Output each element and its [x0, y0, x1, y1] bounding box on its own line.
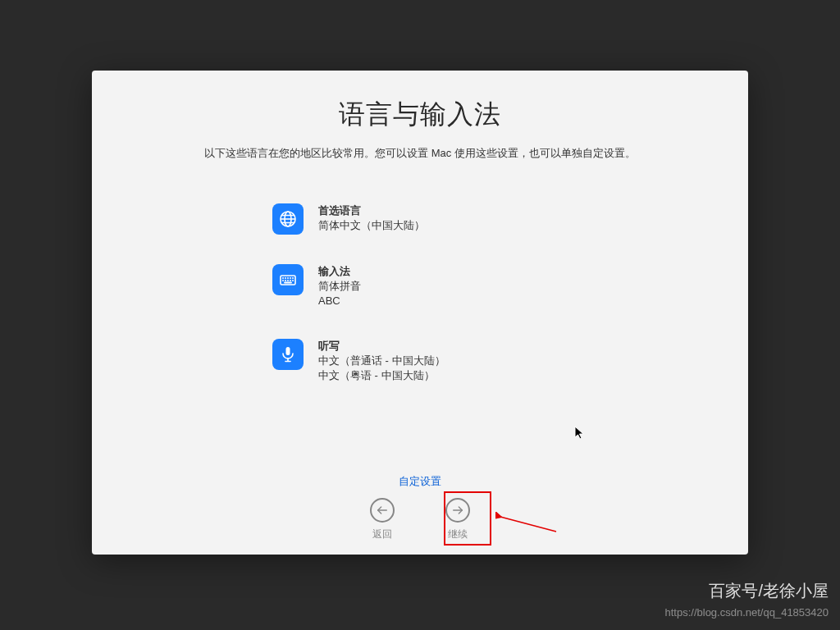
back-button[interactable]: 返回: [370, 498, 395, 541]
preferred-language-label: 首选语言: [318, 203, 425, 218]
dictation-section: 听写 中文（普通话 - 中国大陆） 中文（粤语 - 中国大陆）: [272, 339, 568, 384]
nav-row: 返回 继续: [370, 498, 470, 541]
globe-icon: [272, 203, 304, 235]
input-method-text: 输入法 简体拼音 ABC: [318, 264, 361, 309]
input-method-label: 输入法: [318, 264, 361, 279]
continue-label: 继续: [448, 527, 468, 541]
input-method-value-2: ABC: [318, 294, 361, 308]
keyboard-icon: [272, 264, 304, 295]
dictation-value-1: 中文（普通话 - 中国大陆）: [318, 354, 445, 368]
input-method-value-1: 简体拼音: [318, 279, 361, 294]
continue-button[interactable]: 继续: [445, 498, 470, 541]
watermark-url: https://blog.csdn.net/qq_41853420: [665, 606, 829, 619]
preferred-language-section: 首选语言 简体中文（中国大陆）: [272, 203, 568, 235]
page-title: 语言与输入法: [339, 97, 501, 133]
back-label: 返回: [372, 527, 392, 541]
watermark-text: 百家号/老徐小屋: [709, 580, 829, 602]
arrow-right-icon: [445, 498, 470, 523]
customize-settings-link[interactable]: 自定设置: [399, 474, 441, 489]
microphone-icon: [272, 339, 304, 370]
dictation-label: 听写: [318, 339, 445, 354]
dictation-text: 听写 中文（普通话 - 中国大陆） 中文（粤语 - 中国大陆）: [318, 339, 445, 384]
dictation-value-2: 中文（粤语 - 中国大陆）: [318, 368, 445, 383]
settings-list: 首选语言 简体中文（中国大陆）: [272, 203, 568, 413]
input-method-section: 输入法 简体拼音 ABC: [272, 264, 568, 309]
preferred-language-text: 首选语言 简体中文（中国大陆）: [318, 203, 425, 233]
page-subtitle: 以下这些语言在您的地区比较常用。您可以设置 Mac 使用这些设置，也可以单独自定…: [204, 146, 636, 161]
preferred-language-value: 简体中文（中国大陆）: [318, 218, 425, 233]
setup-panel: 语言与输入法 以下这些语言在您的地区比较常用。您可以设置 Mac 使用这些设置，…: [92, 71, 748, 555]
arrow-left-icon: [370, 498, 395, 523]
svg-rect-15: [286, 347, 290, 355]
